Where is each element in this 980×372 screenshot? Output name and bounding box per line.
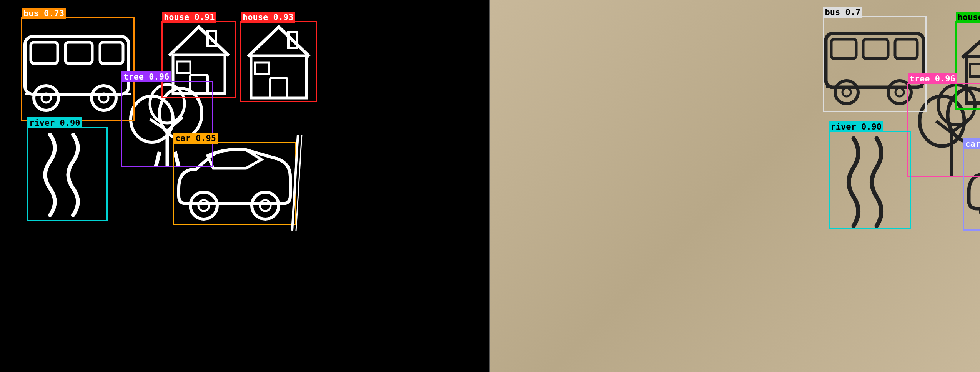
right-panel: bus 0.7 house 0.91 house 0.93 tree 0.96 …	[490, 0, 980, 372]
river-label-right: river 0.90	[829, 121, 883, 132]
house2-box-left: house 0.93	[240, 21, 317, 102]
car-box-left: car 0.95	[173, 142, 296, 225]
bus-label-right: bus 0.7	[823, 7, 863, 18]
river-box-right: river 0.90	[829, 131, 911, 229]
river-box-left: river 0.90	[27, 127, 108, 221]
tree-label-right: tree 0.96	[908, 73, 957, 84]
tree-label-left: tree 0.96	[121, 71, 171, 82]
left-panel: bus 0.73 house 0.91 house 0.93 tree 0.96…	[0, 0, 490, 372]
car-label-right: car 0.95	[963, 138, 980, 149]
house2-label-left: house 0.93	[241, 12, 295, 23]
car-box-right: car 0.95	[963, 148, 980, 231]
house1-label-left: house 0.91	[162, 12, 216, 23]
house1-label-right: house 0.91	[956, 12, 980, 23]
bus-box-left: bus 0.73	[21, 17, 135, 121]
pencil-left	[285, 135, 304, 231]
car-label-left: car 0.95	[173, 133, 218, 144]
bus-label-left: bus 0.73	[22, 8, 66, 19]
river-label-left: river 0.90	[27, 117, 82, 128]
